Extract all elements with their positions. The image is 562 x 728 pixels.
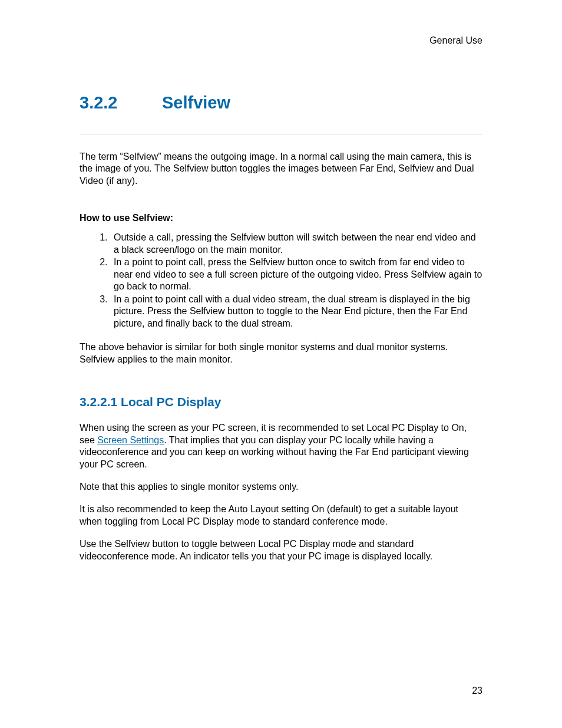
chapter-title: Selfview (162, 93, 230, 112)
howto-label: How to use Selfview: (80, 213, 482, 223)
chapter-number: 3.2.2 (80, 93, 162, 113)
howto-list: Outside a call, pressing the Selfview bu… (110, 232, 482, 330)
page-header-right: General Use (80, 35, 482, 46)
chapter-heading: 3.2.2Selfview (80, 93, 482, 113)
list-item: In a point to point call with a dual vid… (110, 294, 482, 330)
screen-settings-link[interactable]: Screen Settings (97, 435, 164, 445)
subheading: 3.2.2.1 Local PC Display (80, 395, 482, 409)
list-item: In a point to point call, press the Self… (110, 256, 482, 292)
subheading-number: 3.2.2.1 (80, 395, 117, 409)
intro-paragraph: The term “Selfview” means the outgoing i… (80, 151, 482, 187)
list-item: Outside a call, pressing the Selfview bu… (110, 232, 482, 256)
heading-divider (80, 134, 482, 134)
sub-para-4: Use the Selfview button to toggle betwee… (80, 538, 482, 562)
page-number: 23 (472, 686, 482, 696)
sub-para-1: When using the screen as your PC screen,… (80, 422, 482, 470)
sub-para-3: It is also recommended to keep the Auto … (80, 503, 482, 528)
subheading-title: Local PC Display (121, 395, 221, 409)
sub-para-2: Note that this applies to single monitor… (80, 481, 482, 493)
note-after-list: The above behavior is similar for both s… (80, 341, 482, 365)
